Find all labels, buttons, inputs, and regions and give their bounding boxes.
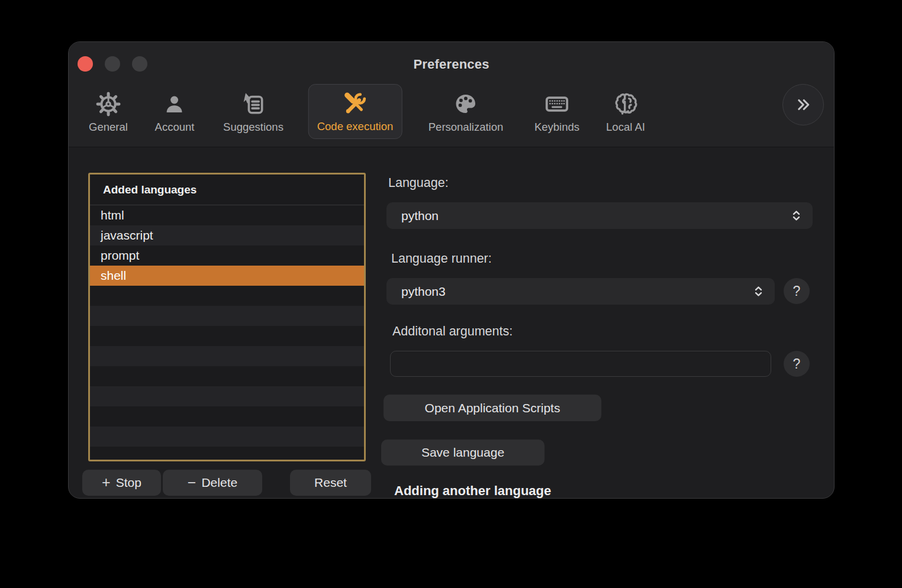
tab-personalization-label: Personalization: [429, 121, 504, 134]
list-item-prompt[interactable]: prompt: [90, 245, 364, 266]
tab-account[interactable]: Account: [147, 84, 203, 139]
stop-button-label: Stop: [116, 476, 141, 490]
language-label: Language:: [388, 176, 449, 190]
list-header: Added languages: [90, 175, 364, 205]
save-language-button[interactable]: Save language: [381, 440, 545, 466]
arguments-help-button[interactable]: ?: [784, 351, 810, 377]
language-runner-label: Language runner:: [391, 251, 492, 266]
tab-local-ai-label: Local AI: [606, 121, 645, 134]
chevron-up-down-icon: [752, 285, 765, 298]
window-title: Preferences: [69, 57, 834, 72]
tab-keybinds[interactable]: Keybinds: [526, 84, 588, 139]
toolbar-overflow-button[interactable]: [782, 84, 824, 125]
adding-another-language-heading: Adding another language: [394, 483, 551, 499]
open-application-scripts-button[interactable]: Open Application Scripts: [384, 395, 601, 421]
added-languages-panel: Added languages html javascript prompt s…: [88, 173, 366, 461]
titlebar-toolbar: Preferences General: [69, 42, 834, 147]
tab-general-label: General: [89, 121, 128, 134]
language-runner-select[interactable]: python3: [386, 278, 775, 305]
tab-code-execution[interactable]: Code execution: [308, 84, 402, 139]
list-item-shell[interactable]: shell: [90, 266, 364, 286]
double-chevron-right-icon: [793, 94, 814, 115]
additional-arguments-input[interactable]: [390, 351, 771, 377]
person-icon: [162, 89, 187, 119]
tab-keybinds-label: Keybinds: [534, 121, 579, 134]
minus-icon: −: [188, 475, 196, 490]
tab-general[interactable]: General: [80, 84, 136, 139]
gear-icon: [95, 89, 122, 119]
language-runner-select-value: python3: [401, 285, 446, 299]
tab-account-label: Account: [155, 121, 195, 134]
reset-button[interactable]: Reset: [290, 470, 371, 496]
tab-personalization[interactable]: Personalization: [420, 84, 512, 139]
tools-icon: [341, 89, 369, 119]
list-item-javascript[interactable]: javascript: [90, 225, 364, 245]
tab-code-execution-label: Code execution: [317, 120, 394, 133]
plus-icon: +: [102, 475, 111, 490]
tab-suggestions[interactable]: Suggestions: [215, 84, 292, 139]
reset-button-label: Reset: [314, 476, 347, 490]
palette-icon: [452, 89, 479, 119]
delete-button[interactable]: − Delete: [163, 470, 262, 496]
document-cursor-icon: [240, 89, 267, 119]
brain-icon: [611, 89, 640, 119]
keyboard-icon: [543, 89, 571, 119]
list-item-html[interactable]: html: [90, 205, 364, 225]
additional-arguments-label: Additonal arguments:: [392, 324, 513, 339]
tab-suggestions-label: Suggestions: [223, 121, 284, 134]
delete-button-label: Delete: [201, 476, 237, 490]
language-select[interactable]: python: [386, 202, 813, 229]
preferences-window: Preferences General: [68, 41, 835, 499]
tab-local-ai[interactable]: Local AI: [598, 84, 653, 139]
chevron-up-down-icon: [790, 209, 803, 222]
empty-rows: [90, 286, 364, 460]
runner-help-button[interactable]: ?: [784, 278, 810, 304]
stop-button[interactable]: + Stop: [82, 470, 161, 496]
language-select-value: python: [401, 209, 439, 223]
